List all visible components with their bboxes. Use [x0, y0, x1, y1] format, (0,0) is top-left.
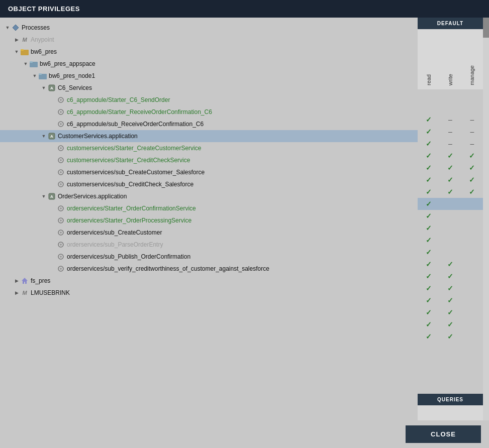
scrollbar-thumb[interactable]: [483, 18, 489, 38]
tree-row[interactable]: customerservices/sub_CreateCustomer_Sale…: [0, 166, 418, 178]
toggle-icon[interactable]: ▶: [13, 277, 20, 285]
toggle-icon[interactable]: ▼: [31, 72, 38, 80]
priv-read[interactable]: ✓: [418, 128, 439, 136]
toggle-icon[interactable]: ▼: [4, 24, 11, 32]
toggle-icon[interactable]: ▶: [13, 36, 20, 44]
tree-area[interactable]: ▼Processes▶MAnypoint▼bw6_pres▼bw6_pres_a…: [0, 18, 418, 420]
toggle-icon[interactable]: [49, 168, 56, 176]
priv-write[interactable]: ✓: [439, 284, 461, 292]
tree-row[interactable]: ▼bw6_pres: [0, 46, 418, 58]
tree-row[interactable]: orderservices/sub_verify_creditworthines…: [0, 263, 418, 275]
tree-row[interactable]: ▼bw6_pres_appspace: [0, 58, 418, 70]
toggle-icon[interactable]: ▼: [13, 48, 20, 56]
priv-rows-container: ✓––✓––✓––✓✓✓✓✓✓✓✓✓✓✓✓✓✓✓✓✓✓✓✓✓✓✓✓✓✓✓✓✓✓✓: [418, 89, 483, 394]
priv-read[interactable]: ✓: [418, 212, 439, 220]
priv-manage[interactable]: ✓: [461, 164, 483, 172]
toggle-icon[interactable]: [49, 241, 56, 249]
priv-read[interactable]: ✓: [418, 200, 439, 208]
gear-icon: [56, 107, 65, 117]
priv-manage[interactable]: –: [461, 128, 483, 136]
priv-read[interactable]: ✓: [418, 176, 439, 184]
priv-write[interactable]: ✓: [439, 152, 461, 160]
toggle-icon[interactable]: [49, 180, 56, 188]
priv-manage[interactable]: –: [461, 116, 483, 124]
priv-read[interactable]: ✓: [418, 308, 439, 316]
toggle-icon[interactable]: [49, 253, 56, 261]
tree-row[interactable]: customerservices/Starter_CreditCheckServ…: [0, 154, 418, 166]
toggle-icon[interactable]: [49, 229, 56, 237]
priv-write[interactable]: –: [439, 116, 461, 124]
toggle-icon[interactable]: [49, 265, 56, 273]
toggle-icon[interactable]: [49, 216, 56, 225]
priv-read[interactable]: ✓: [418, 116, 439, 124]
priv-read[interactable]: ✓: [418, 140, 439, 148]
m-icon: M: [20, 35, 29, 44]
priv-write[interactable]: ✓: [439, 260, 461, 268]
priv-read[interactable]: ✓: [418, 332, 439, 341]
gear-icon: [56, 95, 65, 104]
tree-row[interactable]: orderservices/sub_ParseOrderEntry: [0, 239, 418, 251]
toggle-icon[interactable]: ▼: [22, 60, 29, 68]
priv-write[interactable]: –: [439, 128, 461, 136]
tree-row[interactable]: ▼bw6_pres_node1: [0, 70, 418, 82]
priv-read[interactable]: ✓: [418, 296, 439, 304]
priv-write[interactable]: ✓: [439, 332, 461, 341]
tree-row[interactable]: ▶MAnypoint: [0, 34, 418, 46]
svg-point-33: [60, 232, 62, 234]
priv-read[interactable]: ✓: [418, 188, 439, 196]
tree-row[interactable]: orderservices/Starter_OrderConfirmationS…: [0, 202, 418, 214]
priv-read[interactable]: ✓: [418, 236, 439, 244]
tree-row[interactable]: ▼Processes: [0, 22, 418, 34]
priv-read[interactable]: ✓: [418, 284, 439, 292]
tree-row[interactable]: ▼ACustomerServices.application: [0, 130, 418, 142]
priv-write[interactable]: ✓: [439, 296, 461, 304]
scrollbar[interactable]: [483, 18, 489, 420]
tree-container: ▼Processes▶MAnypoint▼bw6_pres▼bw6_pres_a…: [0, 18, 418, 303]
priv-manage[interactable]: ✓: [461, 152, 483, 160]
toggle-icon[interactable]: [49, 120, 56, 128]
priv-manage[interactable]: –: [461, 140, 483, 148]
priv-read[interactable]: ✓: [418, 260, 439, 268]
toggle-icon[interactable]: ▼: [40, 132, 47, 140]
tree-row[interactable]: c6_appmodule/Starter_ReceiveOrderConfirm…: [0, 106, 418, 118]
priv-read[interactable]: ✓: [418, 152, 439, 160]
close-button[interactable]: CLOSE: [406, 425, 481, 443]
priv-write[interactable]: ✓: [439, 320, 461, 328]
svg-text:A: A: [50, 194, 53, 199]
tree-row[interactable]: customerservices/sub_CreditCheck_Salesfo…: [0, 178, 418, 190]
priv-write[interactable]: ✓: [439, 272, 461, 280]
priv-read[interactable]: ✓: [418, 164, 439, 172]
tree-row[interactable]: c6_appmodule/Starter_C6_SendOrder: [0, 94, 418, 106]
priv-write[interactable]: ✓: [439, 188, 461, 196]
tree-row[interactable]: ▼AOrderServices.application: [0, 190, 418, 202]
priv-write[interactable]: ✓: [439, 308, 461, 316]
toggle-icon[interactable]: [49, 156, 56, 164]
priv-read[interactable]: ✓: [418, 272, 439, 280]
priv-write[interactable]: –: [439, 140, 461, 148]
tree-row[interactable]: orderservices/sub_Publish_OrderConfirmat…: [0, 251, 418, 263]
priv-read[interactable]: ✓: [418, 248, 439, 256]
tree-row[interactable]: ▼AC6_Services: [0, 82, 418, 94]
priv-manage[interactable]: ✓: [461, 188, 483, 196]
toggle-icon[interactable]: [49, 96, 56, 104]
tree-row[interactable]: orderservices/sub_CreateCustomer: [0, 227, 418, 239]
column-headers: read write manage: [418, 29, 483, 89]
toggle-icon[interactable]: [49, 108, 56, 116]
priv-manage[interactable]: ✓: [461, 176, 483, 184]
toggle-icon[interactable]: ▼: [40, 192, 47, 200]
col-write: write: [439, 29, 461, 89]
tree-row[interactable]: ▶fs_pres: [0, 275, 418, 287]
toggle-icon[interactable]: ▶: [13, 289, 20, 297]
priv-read[interactable]: ✓: [418, 320, 439, 328]
priv-write[interactable]: ✓: [439, 164, 461, 172]
toggle-icon[interactable]: [49, 204, 56, 212]
tree-row[interactable]: c6_appmodule/sub_ReceiveOrderConfirmatio…: [0, 118, 418, 130]
toggle-icon[interactable]: [49, 144, 56, 152]
priv-read[interactable]: ✓: [418, 224, 439, 232]
tree-row[interactable]: orderservices/Starter_OrderProcessingSer…: [0, 214, 418, 227]
priv-write[interactable]: ✓: [439, 176, 461, 184]
gear-icon: [56, 120, 65, 129]
tree-row[interactable]: customerservices/Starter_CreateCustomerS…: [0, 142, 418, 154]
toggle-icon[interactable]: ▼: [40, 84, 47, 92]
tree-row[interactable]: ▶MLMUSEBRINK: [0, 287, 418, 299]
